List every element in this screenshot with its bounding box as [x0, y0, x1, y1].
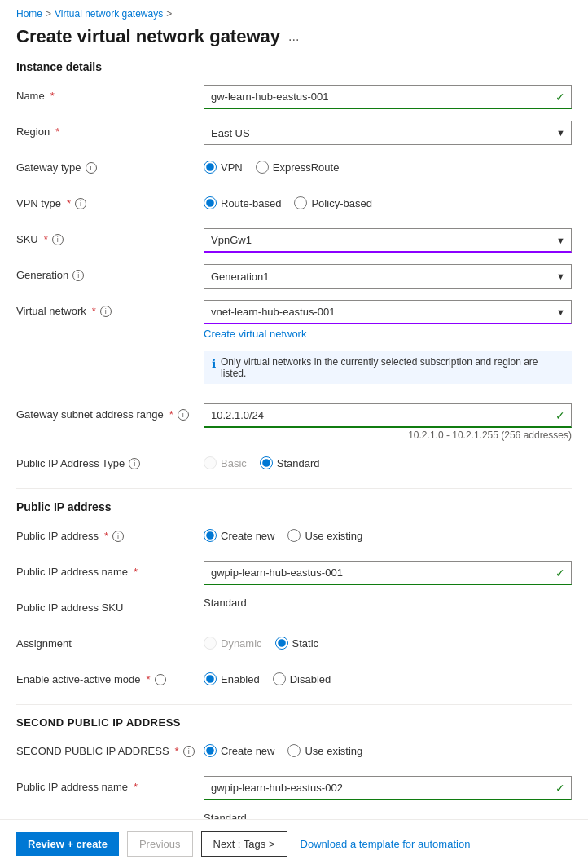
ip-type-radio-group: Basic Standard: [204, 452, 572, 469]
active-active-disabled[interactable]: Disabled: [273, 672, 331, 685]
subnet-row: Gateway subnet address range* i ✓ 10.2.1…: [16, 403, 572, 441]
vnet-info-control: ℹ Only virtual networks in the currently…: [204, 351, 572, 392]
instance-details-section: Instance details: [16, 60, 572, 73]
active-active-label: Enable active-active mode* i: [16, 668, 204, 685]
subnet-input[interactable]: [204, 403, 572, 428]
public-ip-sku-value: Standard: [204, 592, 247, 609]
ip-type-label: Public IP Address Type i: [16, 452, 204, 469]
gateway-type-vpn[interactable]: VPN: [204, 161, 243, 174]
ip-type-control: Basic Standard: [204, 452, 572, 469]
vpn-type-control: Route-based Policy-based: [204, 192, 572, 209]
breadcrumb-home[interactable]: Home: [16, 8, 42, 20]
assignment-row: Assignment Dynamic Static: [16, 632, 572, 657]
assignment-control: Dynamic Static: [204, 632, 572, 650]
create-vnet-link[interactable]: Create virtual network: [204, 328, 306, 340]
previous-button[interactable]: Previous: [127, 831, 193, 857]
public-ip-name-control: ✓: [204, 561, 572, 585]
sku-row: SKU* i VpnGw1 ▼: [16, 228, 572, 253]
gateway-type-label: Gateway type i: [16, 156, 204, 174]
public-ip-name-check-icon: ✓: [555, 566, 565, 579]
second-ip-name-input-wrapper: ✓: [204, 776, 572, 800]
active-active-enabled[interactable]: Enabled: [204, 672, 260, 685]
next-button[interactable]: Next : Tags >: [201, 831, 287, 857]
ip-type-standard[interactable]: Standard: [260, 456, 320, 469]
second-ip-name-label: Public IP address name*: [16, 776, 204, 793]
second-ip-create-new[interactable]: Create new: [204, 744, 274, 757]
name-label: Name*: [16, 85, 204, 102]
public-ip-row: Public IP address* i Create new Use exis…: [16, 525, 572, 549]
review-create-button[interactable]: Review + create: [16, 832, 119, 856]
subnet-control: ✓ 10.2.1.0 - 10.2.1.255 (256 addresses): [204, 403, 572, 441]
public-ip-label: Public IP address* i: [16, 525, 204, 542]
second-ip-use-existing[interactable]: Use existing: [287, 744, 362, 757]
divider1: [16, 488, 572, 489]
subnet-input-wrapper: ✓: [204, 403, 572, 428]
vpn-type-info-icon[interactable]: i: [75, 198, 86, 209]
public-ip-name-input[interactable]: [204, 561, 572, 585]
second-public-ip-section: SECOND PUBLIC IP ADDRESS: [16, 716, 572, 729]
second-ip-control: Create new Use existing: [204, 740, 572, 757]
ip-type-row: Public IP Address Type i Basic Standard: [16, 452, 572, 477]
public-ip-radio-group: Create new Use existing: [204, 525, 572, 542]
generation-control: Generation1 ▼: [204, 264, 572, 289]
download-template-link[interactable]: Download a template for automation: [301, 838, 471, 850]
second-ip-name-input[interactable]: [204, 776, 572, 800]
gateway-type-radio-group: VPN ExpressRoute: [204, 156, 572, 174]
sku-select-wrapper: VpnGw1 ▼: [204, 228, 572, 253]
sku-select[interactable]: VpnGw1: [204, 228, 572, 253]
generation-label: Generation i: [16, 264, 204, 281]
form-content: Instance details Name* ✓ Region* East US…: [0, 60, 588, 868]
gateway-type-control: VPN ExpressRoute: [204, 156, 572, 174]
generation-row: Generation i Generation1 ▼: [16, 264, 572, 289]
name-row: Name* ✓: [16, 85, 572, 109]
gateway-type-info-icon[interactable]: i: [86, 162, 97, 174]
vnet-select-wrapper: vnet-learn-hub-eastus-001 ▼: [204, 300, 572, 324]
vnet-info-box: ℹ Only virtual networks in the currently…: [204, 351, 572, 384]
vpn-type-route-based[interactable]: Route-based: [204, 196, 281, 209]
assignment-dynamic[interactable]: Dynamic: [204, 637, 262, 650]
assignment-static[interactable]: Static: [275, 637, 319, 650]
second-ip-row: SECOND PUBLIC IP ADDRESS* i Create new U…: [16, 740, 572, 764]
public-ip-create-new[interactable]: Create new: [204, 529, 274, 542]
more-icon[interactable]: ...: [288, 29, 299, 44]
gateway-type-row: Gateway type i VPN ExpressRoute: [16, 156, 572, 181]
vpn-type-radio-group: Route-based Policy-based: [204, 192, 572, 209]
public-ip-sku-control: Standard: [204, 597, 572, 609]
second-ip-radio-group: Create new Use existing: [204, 740, 572, 757]
name-check-icon: ✓: [555, 90, 565, 104]
ip-type-info-icon[interactable]: i: [129, 458, 140, 469]
name-input[interactable]: [204, 85, 572, 109]
region-select[interactable]: East US: [204, 121, 572, 145]
vpn-type-label: VPN type* i: [16, 192, 204, 209]
second-ip-info-icon[interactable]: i: [183, 746, 195, 757]
footer: Review + create Previous Next : Tags > D…: [0, 819, 588, 868]
region-control: East US ▼: [204, 121, 572, 145]
subnet-info-icon[interactable]: i: [178, 409, 189, 421]
generation-select[interactable]: Generation1: [204, 264, 572, 289]
active-active-radio-group: Enabled Disabled: [204, 668, 572, 685]
page-title-row: Create virtual network gateway ...: [0, 23, 588, 60]
active-active-info-icon[interactable]: i: [155, 674, 166, 685]
vnet-info-row: ℹ Only virtual networks in the currently…: [16, 351, 572, 392]
public-ip-name-input-wrapper: ✓: [204, 561, 572, 585]
second-ip-name-control: ✓: [204, 776, 572, 800]
generation-info-icon[interactable]: i: [72, 270, 84, 281]
page-title: Create virtual network gateway: [16, 26, 280, 47]
vpn-type-policy-based[interactable]: Policy-based: [294, 196, 371, 209]
vnet-select[interactable]: vnet-learn-hub-eastus-001: [204, 300, 572, 324]
breadcrumb-sep2: >: [166, 8, 172, 20]
breadcrumb-vng[interactable]: Virtual network gateways: [55, 8, 163, 20]
gateway-type-expressroute[interactable]: ExpressRoute: [256, 161, 340, 174]
public-ip-use-existing[interactable]: Use existing: [287, 529, 362, 542]
vnet-info-icon[interactable]: i: [100, 306, 112, 317]
public-ip-info-icon[interactable]: i: [112, 531, 124, 542]
region-select-wrapper: East US ▼: [204, 121, 572, 145]
subnet-check-icon: ✓: [555, 409, 565, 422]
sku-info-icon[interactable]: i: [52, 234, 64, 245]
ip-type-basic[interactable]: Basic: [204, 456, 247, 469]
public-ip-name-label: Public IP address name*: [16, 561, 204, 578]
breadcrumb-sep1: >: [46, 8, 51, 20]
vnet-row: Virtual network* i vnet-learn-hub-eastus…: [16, 300, 572, 340]
second-ip-name-check-icon: ✓: [555, 782, 565, 795]
public-ip-control: Create new Use existing: [204, 525, 572, 542]
